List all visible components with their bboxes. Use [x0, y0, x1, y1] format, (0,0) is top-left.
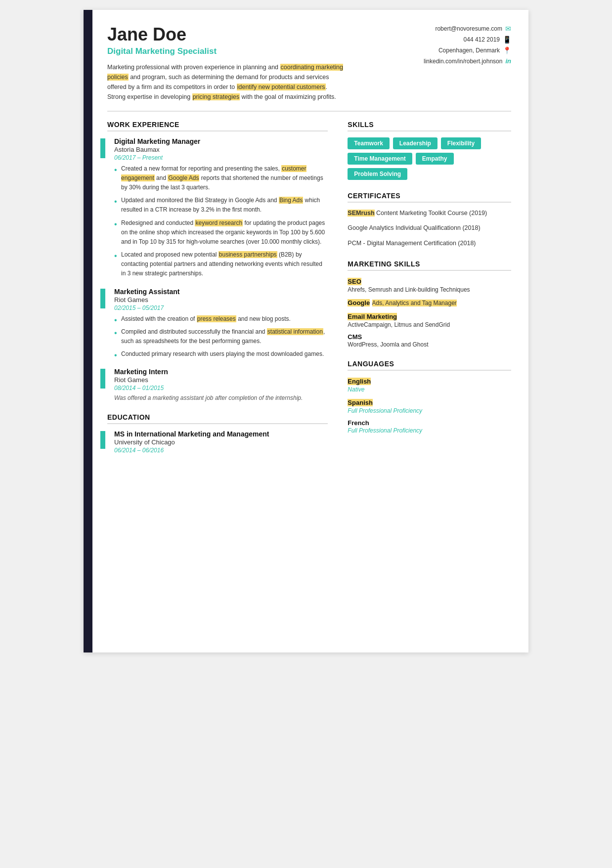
contact-linkedin-text: linkedin.com/in/robert.johnson — [424, 58, 502, 65]
hl-bing-ads: Bing Ads — [279, 197, 303, 204]
contact-location-row: Copenhagen, Denmark 📍 — [407, 46, 511, 54]
hl-google-ads: Google Ads — [168, 174, 199, 181]
lang-french: French Full Professional Proficiency — [348, 419, 511, 434]
job-item-2: Marketing Assistant Riot Games 02/2015 –… — [107, 288, 328, 359]
skills-title: SKILLS — [348, 121, 511, 131]
education-item-1: MS in International Marketing and Manage… — [107, 430, 328, 454]
mskill-google: Google Ads, Analytics and Tag Manager — [348, 298, 511, 307]
skill-tag-time-management: Time Management — [348, 153, 412, 165]
job-title-1: Digital Marketing Manager — [114, 137, 328, 145]
edu-school-1: University of Chicago — [114, 438, 328, 446]
contact-email-text: robert@novoresume.com — [435, 25, 502, 32]
skill-tag-flexibility: Flexibility — [441, 137, 481, 149]
bullet-1-1: Created a new format for reporting and p… — [114, 164, 328, 193]
work-experience-title: WORK EXPERIENCE — [107, 121, 328, 131]
mskill-desc-seo: Ahrefs, Semrush and Link-building Techni… — [348, 286, 511, 293]
email-icon: ✉ — [505, 25, 511, 33]
lang-level-english: Native — [348, 386, 511, 393]
job-bullets-1: Created a new format for reporting and p… — [114, 164, 328, 279]
edu-degree-1: MS in International Marketing and Manage… — [114, 430, 328, 438]
lang-english: English Native — [348, 377, 511, 393]
mskill-cms: CMS WordPress, Joomla and Ghost — [348, 333, 511, 348]
marketing-skills-title: MARKETING SKILLS — [348, 260, 511, 271]
linkedin-icon: in — [505, 57, 511, 65]
languages-title: LANGUAGES — [348, 360, 511, 371]
hl-business-partnerships: business partnerships — [219, 251, 277, 258]
job-dates-3: 08/2014 – 01/2015 — [114, 385, 328, 391]
hl-keyword-research: keyword research — [195, 219, 243, 226]
job-accent-2 — [100, 289, 105, 308]
skill-tag-teamwork: Teamwork — [348, 137, 389, 149]
phone-icon: 📱 — [503, 36, 511, 43]
resume-container: Jane Doe Digital Marketing Specialist Ma… — [84, 10, 528, 652]
hl-statistical-info: statistical information — [267, 328, 323, 335]
contact-info: robert@novoresume.com ✉ 044 412 2019 📱 C… — [407, 25, 511, 68]
skill-tag-leadership: Leadership — [393, 137, 437, 149]
skills-tags-container: Teamwork Leadership Flexibility Time Man… — [348, 137, 511, 180]
mskill-desc-google: Ads, Analytics and Tag Manager — [372, 300, 457, 306]
cert-item-3: PCM - Digital Management Certification (… — [348, 239, 511, 248]
candidate-name: Jane Doe — [107, 25, 345, 44]
skill-tag-empathy: Empathy — [416, 153, 454, 165]
mskill-name-email: Email Marketing — [348, 313, 397, 320]
contact-email-row: robert@novoresume.com ✉ — [407, 25, 511, 33]
job-note-3: Was offered a marketing assistant job af… — [114, 394, 328, 401]
mskill-desc-email: ActiveCampaign, Litmus and SendGrid — [348, 321, 511, 328]
bullet-1-2: Updated and monitored the Bid Strategy i… — [114, 196, 328, 215]
job-item-3: Marketing Intern Riot Games 08/2014 – 01… — [107, 368, 328, 401]
lang-name-french: French — [348, 419, 511, 427]
bullet-1-3: Redesigned and conducted keyword researc… — [114, 218, 328, 247]
education-title: EDUCATION — [107, 413, 328, 424]
mskill-desc-cms: WordPress, Joomla and Ghost — [348, 341, 511, 348]
lang-name-english: English — [348, 378, 371, 385]
cert-item-2: Google Analytics Individual Qualificatio… — [348, 223, 511, 233]
hl-customer-engagement: customer engagement — [121, 165, 306, 181]
job-title-3: Marketing Intern — [114, 368, 328, 376]
job-accent-3 — [100, 369, 105, 389]
education-section: EDUCATION MS in International Marketing … — [107, 413, 328, 454]
left-column: WORK EXPERIENCE Digital Marketing Manage… — [107, 121, 328, 466]
header-section: Jane Doe Digital Marketing Specialist Ma… — [107, 25, 511, 112]
job-company-1: Astoria Baumax — [114, 146, 328, 153]
contact-phone-row: 044 412 2019 📱 — [407, 36, 511, 43]
lang-spanish: Spanish Full Professional Proficiency — [348, 398, 511, 414]
job-title-2: Marketing Assistant — [114, 288, 328, 296]
languages-section: LANGUAGES English Native Spanish Full Pr… — [348, 360, 511, 434]
bullet-2-2: Compiled and distributed successfully th… — [114, 327, 328, 346]
lang-level-french: Full Professional Proficiency — [348, 427, 511, 434]
mskill-email: Email Marketing ActiveCampaign, Litmus a… — [348, 312, 511, 328]
contact-location-text: Copenhagen, Denmark — [438, 47, 500, 54]
certificates-title: CERTIFICATES — [348, 192, 511, 203]
main-body: WORK EXPERIENCE Digital Marketing Manage… — [107, 121, 511, 466]
mskill-name-seo: SEO — [348, 278, 361, 285]
mskill-name-google: Google — [348, 299, 370, 306]
bullet-2-3: Conducted primary research with users pl… — [114, 349, 328, 359]
job-company-3: Riot Games — [114, 376, 328, 384]
job-dates-2: 02/2015 – 05/2017 — [114, 304, 328, 311]
work-experience-section: WORK EXPERIENCE Digital Marketing Manage… — [107, 121, 328, 402]
mskill-name-cms: CMS — [348, 333, 511, 341]
highlight-pricing: pricing strategies — [192, 93, 240, 100]
lang-name-spanish: Spanish — [348, 399, 373, 406]
accent-bar — [84, 10, 92, 652]
bullet-1-4: Located and proposed new potential busin… — [114, 250, 328, 279]
certificates-section: CERTIFICATES SEMrush Content Marketing T… — [348, 192, 511, 248]
highlight-identify: identify new potential customers — [237, 84, 326, 90]
job-accent-1 — [100, 138, 105, 158]
cert-highlight-semrush: SEMrush — [348, 210, 374, 217]
location-icon: 📍 — [503, 46, 511, 54]
edu-accent-1 — [100, 431, 105, 449]
candidate-title: Digital Marketing Specialist — [107, 46, 345, 56]
header-left: Jane Doe Digital Marketing Specialist Ma… — [107, 25, 345, 102]
edu-dates-1: 06/2014 – 06/2016 — [114, 447, 328, 454]
cert-item-1: SEMrush Content Marketing Toolkit Course… — [348, 209, 511, 218]
contact-linkedin-row: linkedin.com/in/robert.johnson in — [407, 57, 511, 65]
contact-phone-text: 044 412 2019 — [464, 36, 500, 43]
lang-level-spanish: Full Professional Proficiency — [348, 407, 511, 414]
bullet-2-1: Assisted with the creation of press rele… — [114, 314, 328, 324]
highlight-coordinating: coordinating marketing policies — [107, 64, 343, 81]
job-company-2: Riot Games — [114, 296, 328, 304]
candidate-summary: Marketing professional with proven exper… — [107, 62, 345, 102]
skills-section: SKILLS Teamwork Leadership Flexibility T… — [348, 121, 511, 180]
right-column: SKILLS Teamwork Leadership Flexibility T… — [343, 121, 511, 466]
